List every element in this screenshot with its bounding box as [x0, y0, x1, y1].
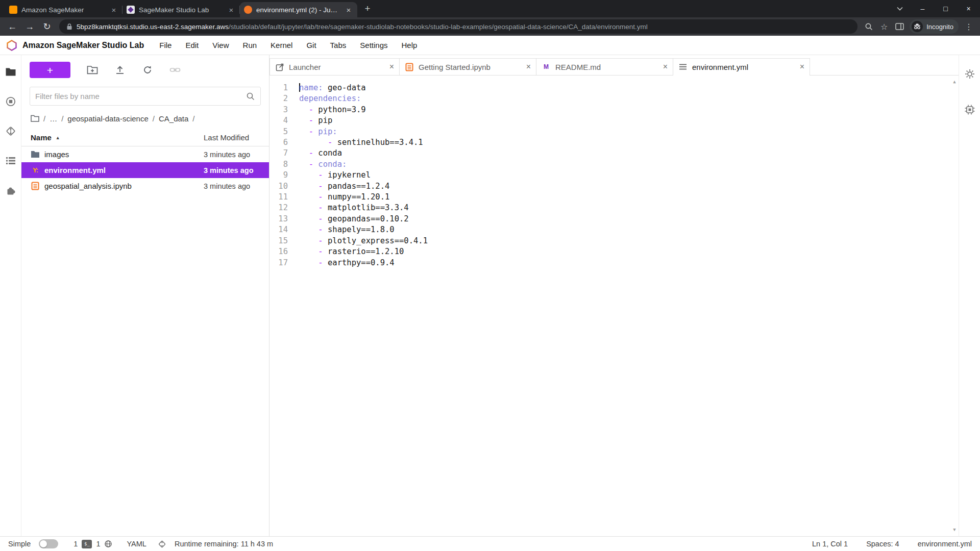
- maximize-button[interactable]: □: [934, 0, 957, 17]
- file-row[interactable]: images3 minutes ago: [21, 146, 269, 162]
- browser-menu-button[interactable]: ⋮: [962, 19, 976, 34]
- filter-files-input[interactable]: [35, 92, 242, 101]
- menu-view[interactable]: View: [212, 41, 229, 49]
- column-header-modified[interactable]: Last Modified: [204, 133, 269, 142]
- breadcrumb-item[interactable]: CA_data: [159, 114, 188, 123]
- browser-tab[interactable]: SageMaker Studio Lab×: [122, 2, 240, 17]
- code-token: -: [318, 214, 323, 223]
- tab-close-icon[interactable]: ×: [109, 5, 118, 14]
- menu-settings[interactable]: Settings: [360, 41, 387, 49]
- cursor-position[interactable]: Ln 1, Col 1: [812, 540, 848, 548]
- upload-button[interactable]: [114, 64, 126, 76]
- extension-manager-icon[interactable]: [5, 185, 16, 196]
- menu-edit[interactable]: Edit: [185, 41, 199, 49]
- code-line[interactable]: - pip: [299, 115, 959, 126]
- file-row[interactable]: Y:environment.yml3 minutes ago: [21, 162, 269, 178]
- code-token: shapely==1.8.0: [323, 225, 395, 234]
- chevron-down-icon: [897, 7, 903, 11]
- code-line[interactable]: dependencies:: [299, 93, 959, 104]
- bookmark-button[interactable]: ☆: [877, 19, 891, 34]
- app-title: Amazon SageMaker Studio Lab: [22, 41, 144, 50]
- menu-git[interactable]: Git: [306, 41, 316, 49]
- address-bar[interactable]: 5bpz8kamktqtksi.studio.us-east-2.sagemak…: [59, 19, 857, 34]
- toggle-knob: [40, 540, 47, 547]
- line-number: 14: [270, 224, 288, 235]
- code-line[interactable]: name: geo-data: [299, 83, 959, 93]
- code-line[interactable]: - matplotlib==3.3.4: [299, 203, 959, 213]
- menu-run[interactable]: Run: [243, 41, 257, 49]
- code-line[interactable]: - numpy==1.20.1: [299, 192, 959, 203]
- kernel-count: 1: [96, 540, 100, 548]
- browser-tab[interactable]: environment.yml (2) - JupyterLab×: [240, 2, 357, 17]
- tab-close-icon[interactable]: ×: [663, 62, 668, 71]
- code-line[interactable]: - pip:: [299, 127, 959, 137]
- line-number: 4: [270, 115, 288, 126]
- code-line[interactable]: - conda:: [299, 159, 959, 170]
- git-icon[interactable]: [5, 126, 16, 137]
- zoom-button[interactable]: [862, 19, 876, 34]
- code-line[interactable]: - rasterio==1.2.10: [299, 246, 959, 257]
- simple-mode-toggle[interactable]: [39, 539, 58, 548]
- menu-kernel[interactable]: Kernel: [271, 41, 292, 49]
- home-folder-icon[interactable]: [31, 115, 39, 122]
- menu-file[interactable]: File: [159, 41, 172, 49]
- new-tab-button[interactable]: +: [360, 2, 375, 16]
- new-folder-button[interactable]: [87, 64, 98, 76]
- file-row[interactable]: geospatial_analysis.ipynb3 minutes ago: [21, 178, 269, 194]
- code-editor[interactable]: 1234567891011121314151617 name: geo-data…: [270, 76, 959, 536]
- close-button[interactable]: ×: [957, 0, 980, 17]
- browser-tab-title: Amazon SageMaker: [21, 6, 105, 14]
- code-line[interactable]: - python=3.9: [299, 105, 959, 115]
- tab-close-icon[interactable]: ×: [344, 5, 353, 14]
- breadcrumb-item[interactable]: …: [50, 114, 57, 123]
- code-line[interactable]: - plotly_express==0.4.1: [299, 236, 959, 246]
- code-line[interactable]: - pandas==1.2.4: [299, 181, 959, 192]
- document-tab-launcher[interactable]: Launcher×: [270, 58, 400, 75]
- sessions-status[interactable]: 1 $_ 1: [74, 540, 112, 548]
- git-clone-button[interactable]: [169, 64, 181, 76]
- column-header-name[interactable]: Name ▲: [31, 133, 204, 142]
- code-line[interactable]: - ipykernel: [299, 170, 959, 181]
- tab-close-icon[interactable]: ×: [800, 62, 804, 71]
- document-tab-getting-started-ipynb[interactable]: Getting Started.ipynb×: [400, 58, 536, 75]
- browser-tab[interactable]: Amazon SageMaker×: [5, 2, 122, 17]
- left-sidebar-strip: [0, 55, 21, 536]
- menu-help[interactable]: Help: [402, 41, 418, 49]
- menu-tabs[interactable]: Tabs: [330, 41, 347, 49]
- editor-code[interactable]: name: geo-datadependencies: - python=3.9…: [293, 83, 959, 536]
- code-line[interactable]: - conda: [299, 148, 959, 159]
- back-button[interactable]: ←: [4, 18, 20, 35]
- refresh-files-button[interactable]: [142, 64, 153, 76]
- side-panel-button[interactable]: [892, 19, 906, 34]
- code-line[interactable]: - sentinelhub==3.4.1: [299, 137, 959, 148]
- breadcrumb-item[interactable]: geospatial-data-science: [67, 114, 148, 123]
- editor-scrollbar[interactable]: ▲ ▼: [950, 76, 959, 536]
- session-info-icon[interactable]: [964, 104, 975, 115]
- table-of-contents-icon[interactable]: [5, 155, 16, 166]
- document-tab-environment-yml[interactable]: environment.yml×: [673, 58, 810, 75]
- indent-setting[interactable]: Spaces: 4: [866, 540, 899, 548]
- tab-search-button[interactable]: [888, 0, 911, 17]
- tab-close-icon[interactable]: ×: [389, 62, 394, 71]
- tab-close-icon[interactable]: ×: [227, 5, 236, 14]
- code-line[interactable]: - earthpy==0.9.4: [299, 258, 959, 268]
- terminal-count: 1: [74, 540, 78, 548]
- document-tab-readme-md[interactable]: MREADME.md×: [536, 58, 673, 75]
- breadcrumb-separator: /: [153, 114, 155, 123]
- scroll-down-icon[interactable]: ▼: [953, 524, 955, 535]
- forward-button[interactable]: →: [21, 18, 38, 35]
- git-status-icon[interactable]: [158, 540, 166, 548]
- scroll-up-icon[interactable]: ▲: [953, 77, 955, 87]
- property-inspector-icon[interactable]: [964, 68, 975, 80]
- new-launcher-button[interactable]: +: [30, 62, 70, 78]
- star-icon: ☆: [880, 22, 888, 32]
- code-line[interactable]: - geopandas==0.10.2: [299, 214, 959, 224]
- code-token: -: [318, 192, 323, 202]
- tab-close-icon[interactable]: ×: [526, 62, 531, 71]
- file-browser-icon[interactable]: [5, 66, 16, 78]
- refresh-button[interactable]: ↻: [39, 18, 55, 35]
- running-sessions-icon[interactable]: [5, 96, 16, 107]
- minimize-button[interactable]: –: [911, 0, 934, 17]
- language-mode[interactable]: YAML: [127, 540, 146, 548]
- code-line[interactable]: - shapely==1.8.0: [299, 224, 959, 235]
